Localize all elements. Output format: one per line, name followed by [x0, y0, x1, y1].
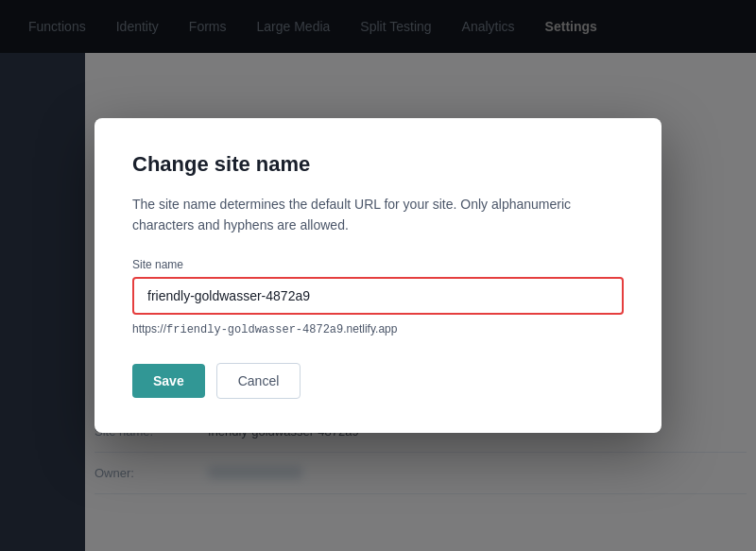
site-name-input[interactable]: [132, 277, 624, 315]
modal-overlay: Change site name The site name determine…: [0, 0, 756, 551]
modal-description: The site name determines the default URL…: [132, 194, 624, 236]
modal-title: Change site name: [132, 152, 624, 177]
url-prefix: https://: [132, 322, 166, 336]
url-site-name: friendly-goldwasser-4872a9: [166, 323, 343, 336]
url-preview: https://friendly-goldwasser-4872a9.netli…: [132, 322, 624, 336]
cancel-button[interactable]: Cancel: [216, 363, 301, 399]
save-button[interactable]: Save: [132, 364, 205, 398]
button-row: Save Cancel: [132, 363, 624, 399]
url-suffix: .netlify.app: [343, 322, 397, 336]
site-name-label: Site name: [132, 258, 624, 271]
modal-dialog: Change site name The site name determine…: [94, 118, 662, 434]
